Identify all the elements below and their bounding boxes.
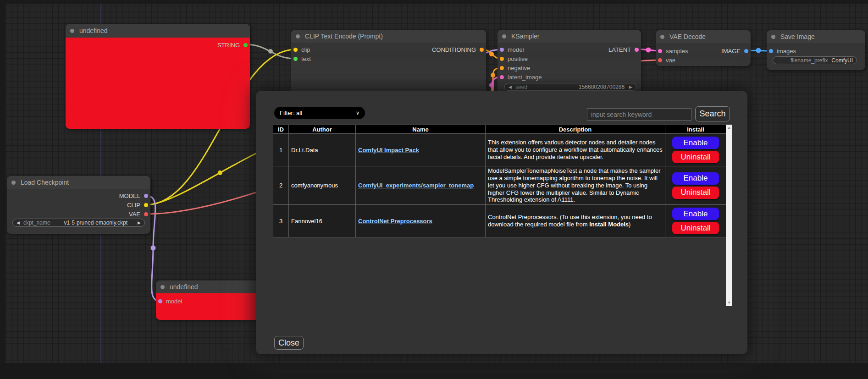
description-text: )	[629, 221, 630, 228]
output-port-model[interactable]	[144, 194, 148, 198]
table-header-row: ID Author Name Description Install	[273, 125, 726, 134]
input-port-images[interactable]	[769, 49, 773, 53]
close-button[interactable]: Close	[274, 336, 304, 350]
search-button[interactable]: Search	[695, 106, 730, 121]
table-row: 3 Fannovel16 ControlNet Preprocessors Co…	[273, 205, 726, 237]
widget-value: 156680208700286	[531, 84, 625, 90]
output-label: STRING	[217, 42, 240, 49]
input-port-negative[interactable]	[500, 66, 504, 70]
node-title-label: undefined	[170, 283, 198, 291]
table-row: 1 Dr.Lt.Data ComfyUI Impact Pack This ex…	[273, 134, 726, 166]
node-undefined-top[interactable]: undefined STRING	[66, 24, 250, 129]
input-label: positive	[508, 55, 528, 62]
header-description: Description	[486, 125, 665, 134]
chevron-down-icon: ∨	[356, 110, 359, 116]
uninstall-button[interactable]: Uninstall	[672, 222, 719, 234]
node-error-body: STRING	[66, 38, 250, 129]
node-title-label: undefined	[79, 27, 108, 34]
input-port-latent-image[interactable]	[500, 75, 504, 79]
ext-name-link[interactable]: ComfyUI Impact Pack	[358, 147, 419, 154]
header-author: Author	[289, 125, 356, 134]
input-label: latent_image	[508, 74, 542, 81]
collapse-dot-icon[interactable]	[296, 34, 300, 38]
filename-prefix-widget[interactable]: filename_prefix ComfyUI	[773, 56, 857, 64]
widget-name: filename_prefix	[791, 57, 828, 64]
collapse-dot-icon[interactable]	[660, 35, 664, 39]
collapse-dot-icon[interactable]	[502, 34, 506, 38]
input-port-samples[interactable]	[658, 49, 662, 53]
description-bold-text: Install Models	[589, 221, 629, 228]
uninstall-button[interactable]: Uninstall	[672, 187, 719, 199]
widget-name: seed	[515, 84, 527, 90]
output-port-conditioning[interactable]	[480, 48, 484, 52]
decrement-arrow-icon[interactable]: ◀	[509, 85, 512, 89]
input-label: model	[166, 298, 182, 305]
input-port-text[interactable]	[293, 57, 298, 61]
ext-description: This extension offers various detector n…	[486, 134, 665, 166]
input-label: vae	[666, 57, 675, 64]
prev-arrow-icon[interactable]: ◀	[17, 220, 20, 225]
output-port-image[interactable]	[744, 49, 748, 53]
extension-table-container: ID Author Name Description Install 1 Dr.…	[273, 125, 732, 306]
node-title-label: VAE Decode	[669, 33, 706, 40]
ext-id: 3	[273, 205, 289, 237]
output-port-vae[interactable]	[144, 212, 148, 216]
input-port-model[interactable]	[158, 299, 162, 303]
enable-button[interactable]: Enable	[672, 208, 719, 220]
enable-button[interactable]: Enable	[672, 172, 719, 185]
collapse-dot-icon[interactable]	[70, 29, 74, 33]
ckpt-name-widget[interactable]: ◀ ckpt_name v1-5-pruned-emaonly.ckpt ▶	[12, 219, 145, 227]
ext-author: comfyanonymous	[289, 166, 356, 205]
input-port-positive[interactable]	[500, 57, 504, 61]
next-arrow-icon[interactable]: ▶	[138, 220, 141, 225]
enable-button[interactable]: Enable	[672, 137, 719, 149]
search-input[interactable]	[587, 108, 691, 121]
ext-name-link[interactable]: ComfyUI_experiments/sampler_tonemap	[358, 182, 474, 189]
node-body: samples vae IMAGE	[656, 43, 751, 66]
collapse-dot-icon[interactable]	[160, 285, 165, 289]
node-graph-canvas[interactable]: undefined STRING CLIP Text Encode (Promp…	[0, 0, 868, 379]
header-id: ID	[273, 125, 289, 134]
collapse-dot-icon[interactable]	[11, 181, 16, 185]
ext-description: ModelSamplerTonemapNoiseTest a node that…	[486, 166, 665, 205]
node-title-label: CLIP Text Encode (Prompt)	[305, 33, 383, 40]
increment-arrow-icon[interactable]: ▶	[629, 85, 632, 89]
node-body: images filename_prefix ComfyUI	[767, 43, 865, 70]
scroll-up-icon[interactable]: ▲	[726, 125, 732, 131]
output-port-string[interactable]	[243, 43, 248, 47]
uninstall-button[interactable]: Uninstall	[672, 151, 719, 163]
input-port-clip[interactable]	[293, 48, 298, 52]
output-label: MODEL	[119, 192, 140, 199]
ext-name-link[interactable]: ControlNet Preprocessors	[358, 218, 432, 225]
filter-dropdown[interactable]: Filter: all ∨	[274, 107, 365, 119]
output-port-latent[interactable]	[635, 48, 639, 52]
node-title-label: KSampler	[511, 33, 539, 40]
output-label: VAE	[129, 211, 140, 218]
ext-id: 2	[273, 166, 289, 205]
output-label: CLIP	[127, 202, 140, 209]
node-load-checkpoint[interactable]: Load Checkpoint MODEL CLIP VAE ◀ ckpt_na…	[7, 176, 150, 234]
filter-selected-value: Filter: all	[280, 110, 302, 116]
ext-description: ControlNet Preprocessors. (To use this e…	[486, 205, 665, 237]
output-label: IMAGE	[721, 48, 741, 55]
input-port-model[interactable]	[500, 48, 504, 52]
node-title-label: Load Checkpoint	[21, 179, 69, 186]
output-label: LATENT	[608, 46, 631, 53]
node-title-label: Save Image	[780, 33, 815, 40]
extension-manager-dialog: Filter: all ∨ ID Author Name Description…	[256, 91, 747, 354]
output-label: CONDITIONING	[432, 46, 476, 53]
node-vae-decode[interactable]: VAE Decode samples vae IMAGE	[656, 30, 751, 66]
table-scrollbar[interactable]: ▲ ▼	[726, 125, 732, 306]
node-save-image[interactable]: Save Image images filename_prefix ComfyU…	[767, 30, 865, 70]
output-port-clip[interactable]	[144, 203, 148, 207]
seed-widget[interactable]: ◀ seed 156680208700286 ▶	[504, 83, 636, 91]
ext-author: Dr.Lt.Data	[289, 134, 356, 166]
scroll-down-icon[interactable]: ▼	[726, 300, 732, 306]
input-label: text	[301, 55, 311, 62]
input-label: clip	[301, 46, 310, 53]
input-label: negative	[508, 65, 530, 71]
ext-id: 1	[273, 134, 289, 166]
input-label: samples	[666, 48, 688, 55]
input-port-vae[interactable]	[658, 58, 662, 62]
collapse-dot-icon[interactable]	[771, 35, 775, 39]
